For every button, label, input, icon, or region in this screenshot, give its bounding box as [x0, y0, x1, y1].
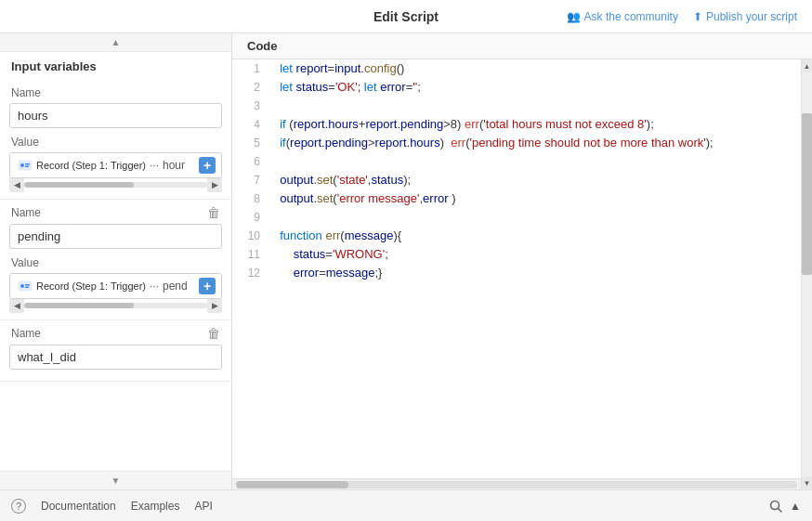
record-icon-pending	[18, 279, 33, 293]
code-line-5: 5 if(report.pending>report.hours) err('p…	[232, 134, 801, 152]
line-content-1: let report=input.config()	[269, 59, 801, 78]
add-value-btn-pending[interactable]: +	[199, 278, 216, 294]
scroll-down-button[interactable]: ▼	[0, 471, 231, 489]
line-num-10: 10	[232, 227, 269, 245]
svg-rect-7	[25, 287, 29, 289]
record-chip-pending[interactable]: Record (Step 1: Trigger) ··· pend	[10, 274, 221, 298]
delete-icon-what[interactable]: 🗑	[207, 326, 220, 341]
upload-icon: ⬆	[693, 10, 702, 23]
scrollbar-thumb-hours	[24, 182, 134, 188]
footer-right: ▲	[769, 500, 801, 513]
svg-rect-6	[25, 284, 30, 286]
scroll-left-hours[interactable]: ◀	[9, 177, 24, 192]
line-content-4: if (report.hours+report.pending>8) err('…	[269, 115, 801, 134]
code-line-10: 10 function err(message){	[232, 227, 801, 245]
ask-community-link[interactable]: 👥 Ask the community	[567, 10, 678, 23]
code-line-8: 8 output.set('error message',error )	[232, 189, 801, 208]
code-line-11: 11 status='WRONG';	[232, 245, 801, 264]
scrollbar-pending: ◀ ▶	[9, 302, 222, 309]
help-icon: ?	[11, 499, 26, 514]
line-num-6: 6	[232, 152, 269, 171]
name-input-hours[interactable]	[9, 103, 222, 128]
vscroll-thumb	[802, 113, 812, 275]
record-chip-hours[interactable]: Record (Step 1: Trigger) ··· hour	[10, 153, 221, 177]
examples-link[interactable]: Examples	[131, 500, 180, 513]
name-label-2: Name	[11, 206, 41, 219]
code-hscroll-thumb	[236, 481, 348, 488]
publish-script-link[interactable]: ⬆ Publish your script	[693, 10, 797, 23]
line-content-3	[269, 97, 801, 115]
svg-point-5	[20, 284, 24, 288]
scroll-left-pending[interactable]: ◀	[9, 298, 24, 313]
line-content-6	[269, 152, 801, 171]
line-content-2: let status='OK'; let error='';	[269, 78, 801, 97]
code-editor[interactable]: 1 let report=input.config() 2 let status…	[232, 59, 801, 489]
value-label-2: Value	[0, 253, 231, 271]
code-label: Code	[247, 39, 278, 53]
code-line-1: 1 let report=input.config()	[232, 59, 801, 78]
code-line-12: 12 error=message;}	[232, 264, 801, 282]
name-label-1: Name	[11, 86, 41, 99]
vscroll-down-btn[interactable]: ▼	[802, 476, 812, 489]
header-actions: 👥 Ask the community ⬆ Publish your scrip…	[567, 10, 797, 23]
svg-line-9	[779, 508, 782, 512]
code-line-7: 7 output.set('state',status);	[232, 171, 801, 189]
add-value-btn-hours[interactable]: +	[199, 157, 216, 174]
value-input-row-hours: Record (Step 1: Trigger) ··· hour +	[9, 152, 222, 178]
svg-point-1	[20, 163, 24, 167]
chip-suffix-hours: hour	[163, 159, 185, 172]
chip-dots-hours[interactable]: ···	[150, 159, 159, 172]
line-content-10: function err(message){	[269, 227, 801, 245]
page-title: Edit Script	[373, 9, 439, 24]
scrollbar-thumb-pending	[24, 303, 134, 308]
line-content-5: if(report.pending>report.hours) err('pen…	[269, 134, 801, 152]
svg-rect-2	[25, 163, 30, 165]
name-row-hours: Name	[0, 81, 231, 101]
code-line-9: 9	[232, 208, 801, 227]
scrollbar-track-pending	[24, 303, 207, 308]
scroll-right-hours[interactable]: ▶	[207, 177, 222, 192]
line-content-9	[269, 208, 801, 227]
code-line-6: 6	[232, 152, 801, 171]
code-area-wrapper: 1 let report=input.config() 2 let status…	[232, 59, 812, 489]
community-icon: 👥	[567, 10, 581, 23]
line-num-11: 11	[232, 245, 269, 264]
code-header: Code	[232, 33, 812, 59]
collapse-btn[interactable]: ▲	[790, 500, 801, 513]
line-num-1: 1	[232, 59, 269, 78]
documentation-link[interactable]: Documentation	[41, 500, 116, 513]
code-line-2: 2 let status='OK'; let error='';	[232, 78, 801, 97]
header: Edit Script 👥 Ask the community ⬆ Publis…	[0, 0, 812, 33]
input-variables-title: Input variables	[0, 52, 231, 81]
line-num-2: 2	[232, 78, 269, 97]
search-icon	[769, 500, 782, 513]
delete-icon-pending[interactable]: 🗑	[207, 205, 220, 220]
api-link[interactable]: API	[194, 500, 212, 513]
name-input-pending[interactable]	[9, 224, 222, 249]
chip-label-hours: Record (Step 1: Trigger)	[36, 160, 146, 171]
scroll-up-button[interactable]: ▲	[0, 33, 231, 52]
help-icon-link[interactable]: ?	[11, 499, 26, 514]
variable-block-what: Name 🗑	[0, 320, 231, 382]
name-input-what[interactable]	[9, 345, 222, 370]
line-num-9: 9	[232, 208, 269, 227]
line-content-7: output.set('state',status);	[269, 171, 801, 189]
code-hscroll[interactable]	[232, 478, 801, 489]
chip-suffix-pending: pend	[163, 280, 188, 293]
scroll-right-pending[interactable]: ▶	[207, 298, 222, 313]
chip-dots-pending[interactable]: ···	[150, 280, 159, 293]
search-icon-btn[interactable]	[769, 500, 782, 513]
scrollbar-hours: ◀ ▶	[9, 181, 222, 189]
variable-block-hours: Name Value Record (Step 1: Trigger) ···	[0, 81, 231, 200]
line-num-8: 8	[232, 189, 269, 208]
footer: ? Documentation Examples API ▲	[0, 489, 812, 521]
code-line-3: 3	[232, 97, 801, 115]
right-panel: Code 1 let report=input.config() 2 let s…	[232, 33, 812, 489]
line-num-3: 3	[232, 97, 269, 115]
scrollbar-track-hours	[24, 182, 207, 188]
name-row-what: Name 🗑	[0, 320, 231, 343]
main-content: ▲ Input variables Name Value	[0, 33, 812, 489]
vscroll-up-btn[interactable]: ▲	[802, 59, 812, 72]
value-input-row-pending: Record (Step 1: Trigger) ··· pend +	[9, 273, 222, 299]
line-num-4: 4	[232, 115, 269, 134]
